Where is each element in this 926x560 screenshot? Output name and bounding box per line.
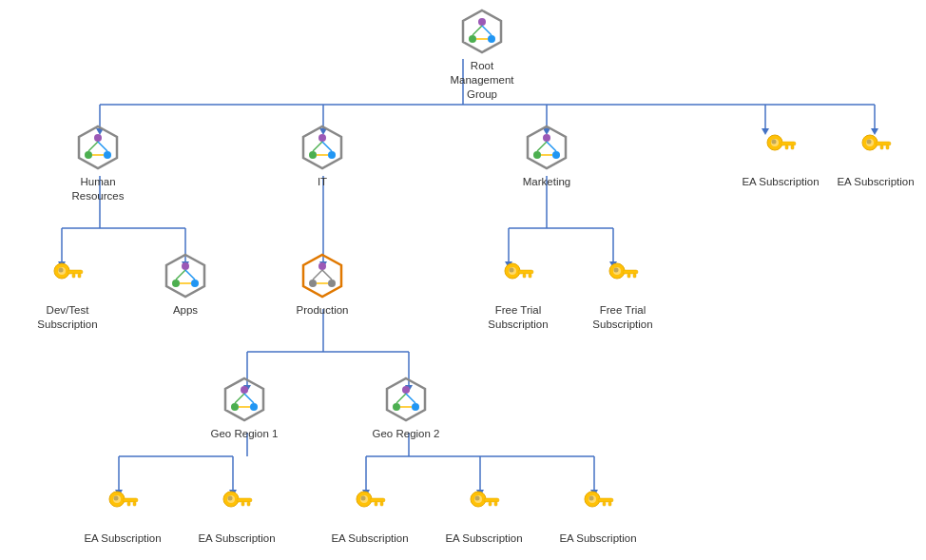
ea-sub-top-1: EA Subscription xyxy=(738,124,823,189)
svg-point-91 xyxy=(59,268,64,273)
ea-sub-top-1-icon xyxy=(757,124,804,171)
svg-line-50 xyxy=(473,26,482,35)
svg-point-55 xyxy=(85,151,92,159)
svg-point-61 xyxy=(318,134,326,142)
svg-point-68 xyxy=(543,134,550,142)
svg-line-103 xyxy=(313,270,322,280)
svg-rect-78 xyxy=(785,145,788,149)
marketing-mgmt-group: Marketing xyxy=(504,124,589,189)
svg-point-47 xyxy=(478,18,486,26)
svg-marker-118 xyxy=(225,378,263,420)
svg-rect-109 xyxy=(529,274,531,278)
svg-rect-160 xyxy=(603,502,606,506)
svg-point-49 xyxy=(488,35,495,43)
svg-rect-159 xyxy=(608,502,611,506)
svg-line-65 xyxy=(322,142,332,151)
svg-marker-125 xyxy=(387,378,425,420)
georegion2-icon xyxy=(382,376,430,423)
svg-rect-88 xyxy=(68,270,83,274)
svg-line-122 xyxy=(235,394,244,403)
freetrial-sub-2: Free TrialSubscription xyxy=(580,252,666,332)
apps-mgmt-group: Apps xyxy=(143,252,228,318)
root-label: Root Management Group xyxy=(439,59,525,102)
svg-rect-148 xyxy=(375,502,377,506)
svg-line-129 xyxy=(396,394,406,403)
ea-gr2-1: EA Subscription xyxy=(327,480,413,546)
svg-rect-83 xyxy=(886,145,889,149)
georegion1-label: Geo Region 1 xyxy=(211,427,279,441)
hr-label: Human Resources xyxy=(55,175,141,203)
ea-gr2-3-label: EA Subscription xyxy=(559,531,636,546)
svg-rect-108 xyxy=(518,270,533,274)
ea-sub-top-2-icon xyxy=(852,124,899,171)
svg-line-130 xyxy=(406,394,415,403)
svg-rect-89 xyxy=(78,274,81,278)
svg-point-137 xyxy=(114,496,119,501)
ea-gr2-3-icon xyxy=(574,480,622,528)
svg-point-70 xyxy=(552,151,560,159)
svg-rect-146 xyxy=(370,498,385,502)
svg-rect-77 xyxy=(791,145,794,149)
ea-gr1-2: EA Subscription xyxy=(194,480,280,546)
apps-label: Apps xyxy=(173,303,198,318)
georegion2-label: Geo Region 2 xyxy=(373,427,440,441)
svg-point-56 xyxy=(104,151,111,159)
svg-point-128 xyxy=(412,403,419,411)
svg-line-58 xyxy=(98,142,107,151)
svg-point-117 xyxy=(614,268,619,273)
hr-mgmt-group: Human Resources xyxy=(55,124,141,203)
it-icon xyxy=(299,124,346,171)
svg-rect-114 xyxy=(623,270,638,274)
svg-marker-46 xyxy=(463,10,501,52)
svg-rect-147 xyxy=(380,502,383,506)
marketing-icon xyxy=(523,124,570,171)
svg-point-63 xyxy=(328,151,336,159)
svg-marker-99 xyxy=(303,255,341,297)
svg-marker-53 xyxy=(79,126,117,168)
svg-rect-158 xyxy=(598,498,613,502)
svg-rect-134 xyxy=(123,498,138,502)
svg-marker-67 xyxy=(528,126,566,168)
ea-gr2-2: EA Subscription xyxy=(441,480,527,546)
freetrial-2-icon xyxy=(599,252,646,299)
svg-rect-116 xyxy=(627,274,630,278)
svg-rect-142 xyxy=(241,502,244,506)
ea-gr2-2-icon xyxy=(460,480,508,528)
svg-point-100 xyxy=(318,262,326,270)
svg-rect-136 xyxy=(127,502,130,506)
marketing-label: Marketing xyxy=(523,175,571,189)
svg-point-69 xyxy=(533,151,541,159)
ea-gr1-1-label: EA Subscription xyxy=(84,531,161,546)
ea-gr2-1-icon xyxy=(346,480,394,528)
ea-gr1-2-icon xyxy=(213,480,260,528)
svg-point-111 xyxy=(510,268,514,273)
svg-line-71 xyxy=(537,142,547,151)
it-mgmt-group: IT xyxy=(280,124,365,189)
svg-point-94 xyxy=(172,280,180,287)
svg-point-126 xyxy=(402,386,410,394)
freetrial-1-icon xyxy=(494,252,542,299)
svg-line-57 xyxy=(88,142,98,151)
svg-line-64 xyxy=(313,142,322,151)
svg-point-143 xyxy=(228,496,233,501)
svg-line-72 xyxy=(547,142,556,151)
svg-marker-92 xyxy=(166,255,204,297)
svg-rect-110 xyxy=(523,274,526,278)
svg-point-149 xyxy=(361,496,366,501)
svg-point-121 xyxy=(250,403,258,411)
devtest-sub: Dev/TestSubscription xyxy=(25,252,110,332)
svg-rect-76 xyxy=(781,142,796,145)
production-label: Production xyxy=(297,303,349,318)
svg-rect-154 xyxy=(489,502,492,506)
svg-rect-152 xyxy=(484,498,499,502)
devtest-label: Dev/TestSubscription xyxy=(37,303,97,332)
svg-line-123 xyxy=(244,394,254,403)
svg-rect-141 xyxy=(247,502,250,506)
svg-point-85 xyxy=(867,140,872,145)
svg-rect-90 xyxy=(72,274,75,278)
freetrial-1-label: Free TrialSubscription xyxy=(488,303,548,332)
ea-sub-top-2: EA Subscription xyxy=(833,124,918,189)
ea-gr2-1-label: EA Subscription xyxy=(331,531,408,546)
ea-gr2-3: EA Subscription xyxy=(555,480,641,546)
svg-point-54 xyxy=(94,134,102,142)
